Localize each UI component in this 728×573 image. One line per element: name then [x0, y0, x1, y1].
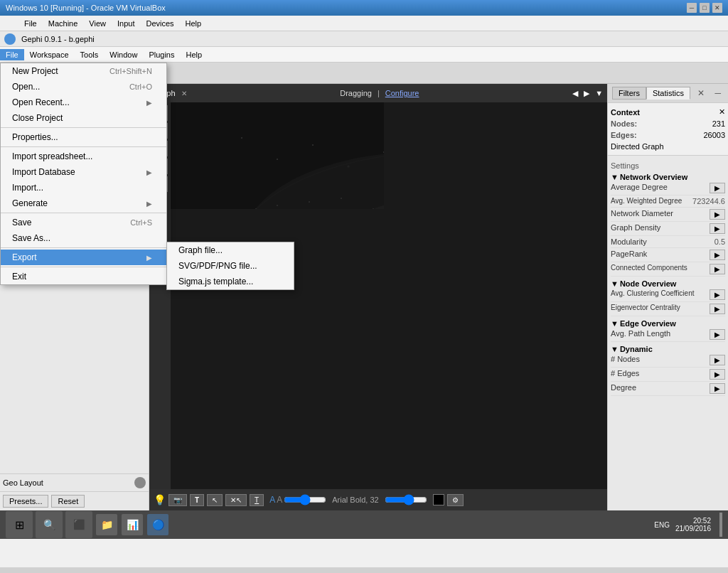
- menu-save-as[interactable]: Save As...: [1, 230, 166, 246]
- run-avg-degree[interactable]: ▶: [710, 183, 725, 193]
- close-button[interactable]: ✕: [712, 3, 722, 13]
- menu-open[interactable]: Open... Ctrl+O: [1, 79, 166, 95]
- taskbar-explorer[interactable]: 📁: [96, 514, 117, 535]
- run-nodes[interactable]: ▶: [710, 355, 725, 365]
- label-button[interactable]: T: [250, 494, 264, 506]
- color-slider-group: A A: [269, 495, 326, 505]
- settings-graph-button[interactable]: ⚙: [447, 494, 464, 506]
- task-view-button[interactable]: ⬛: [65, 511, 92, 538]
- network-overview-title: Network Overview: [620, 173, 687, 181]
- run-edges[interactable]: ▶: [710, 369, 725, 380]
- export-sigmajs[interactable]: Sigma.js template...: [167, 274, 294, 289]
- separator-3: [1, 213, 166, 213]
- run-connected-components[interactable]: ▶: [710, 264, 725, 274]
- tab-statistics[interactable]: Statistics: [646, 87, 690, 100]
- run-clustering[interactable]: ▶: [710, 289, 725, 300]
- dynamic-title: Dynamic: [620, 345, 653, 353]
- vbox-menu-input[interactable]: Input: [112, 18, 140, 29]
- nav-prev[interactable]: ◀: [572, 89, 578, 98]
- run-degree[interactable]: ▶: [710, 383, 725, 394]
- menu-save[interactable]: Save Ctrl+S: [1, 215, 166, 230]
- title-bar-controls[interactable]: ─ □ ✕: [687, 3, 722, 13]
- color-swatch[interactable]: [433, 494, 444, 505]
- run-network-diameter[interactable]: ▶: [710, 209, 725, 220]
- collapse-dynamic-icon[interactable]: ▼: [611, 345, 619, 353]
- color-a-label: A: [269, 495, 275, 505]
- run-graph-density[interactable]: ▶: [710, 223, 725, 234]
- separator-1: [1, 127, 166, 128]
- dynamic-header: ▼ Dynamic: [611, 345, 725, 353]
- svg-point-23: [309, 201, 310, 203]
- stat-connected-components: Connected Components ▶: [611, 262, 725, 277]
- minimize-button[interactable]: ─: [687, 3, 697, 13]
- collapse-graph[interactable]: ▼: [595, 89, 603, 97]
- taskbar-excel[interactable]: 📊: [122, 514, 143, 535]
- size-slider[interactable]: [284, 495, 326, 505]
- font-label: Arial Bold, 32: [332, 496, 378, 504]
- stat-degree-dynamic: Degree ▶: [611, 382, 725, 396]
- stat-graph-density: Graph Density ▶: [611, 222, 725, 236]
- context-header: Context ✕: [611, 106, 725, 118]
- stat-eigenvector: Eigenvector Centrality ▶: [611, 302, 725, 316]
- screenshot-button[interactable]: 📷: [168, 494, 187, 506]
- select-button[interactable]: ↖: [207, 494, 223, 506]
- menu-new-project[interactable]: New Project Ctrl+Shift+N: [1, 63, 166, 79]
- reset-button[interactable]: Reset: [51, 495, 85, 508]
- menu-help[interactable]: Help: [180, 49, 208, 60]
- node-overview-title: Node Overview: [620, 279, 676, 288]
- menu-plugins[interactable]: Plugins: [143, 49, 180, 60]
- deselect-button[interactable]: ✕↖: [225, 494, 247, 506]
- stat-modularity: Modularity 0.5: [611, 236, 725, 248]
- right-panel-header: Filters Statistics ✕ ─: [608, 84, 728, 103]
- collapse-network-icon[interactable]: ▼: [611, 173, 619, 181]
- menu-open-recent[interactable]: Open Recent... ▶: [1, 95, 166, 110]
- separator-2: [1, 146, 166, 147]
- vbox-menu-view[interactable]: View: [83, 18, 112, 29]
- virtualbox-menu-bar: File Machine View Input Devices Help: [0, 16, 728, 31]
- menu-close-project[interactable]: Close Project: [1, 110, 166, 126]
- vbox-menu-file[interactable]: File: [18, 18, 43, 29]
- run-eigenvector[interactable]: ▶: [710, 304, 725, 314]
- context-close[interactable]: ✕: [719, 107, 725, 117]
- menu-import-database[interactable]: Import Database ▶: [1, 164, 166, 180]
- taskbar-gephi[interactable]: 🔵: [147, 514, 168, 535]
- search-button[interactable]: 🔍: [36, 511, 63, 538]
- start-button[interactable]: ⊞: [6, 511, 33, 538]
- menu-file[interactable]: File: [0, 49, 24, 60]
- menu-window[interactable]: Window: [104, 49, 143, 60]
- presets-row: Presets... Reset: [0, 491, 149, 510]
- export-graph-file[interactable]: Graph file...: [167, 242, 294, 258]
- edge-overview-header: ▼ Edge Overview: [611, 319, 725, 328]
- right-panel-collapse[interactable]: ─: [712, 88, 724, 98]
- text-mode-button[interactable]: T: [190, 494, 204, 506]
- show-desktop-button[interactable]: [719, 513, 722, 537]
- collapse-edge-icon[interactable]: ▼: [611, 319, 619, 328]
- menu-exit[interactable]: Exit: [1, 269, 166, 284]
- run-path-length[interactable]: ▶: [710, 329, 725, 340]
- menu-import-spreadsheet[interactable]: Import spreadsheet...: [1, 149, 166, 164]
- bulb-icon[interactable]: 💡: [154, 494, 166, 505]
- maximize-button[interactable]: □: [700, 3, 710, 13]
- color-b-label: A: [277, 495, 282, 505]
- vbox-menu-help[interactable]: Help: [180, 18, 208, 29]
- presets-button[interactable]: Presets...: [3, 495, 48, 508]
- taskbar: ⊞ 🔍 ⬛ 📁 📊 🔵 ENG 20:52 21/09/2016: [0, 510, 728, 539]
- menu-generate[interactable]: Generate ▶: [1, 196, 166, 211]
- menu-workspace[interactable]: Workspace: [24, 49, 75, 60]
- export-submenu: Graph file... SVG/PDF/PNG file... Sigma.…: [166, 242, 294, 290]
- export-svg-pdf-png[interactable]: SVG/PDF/PNG file...: [167, 258, 294, 274]
- tab-filters[interactable]: Filters: [612, 87, 646, 100]
- opacity-slider[interactable]: [385, 495, 427, 505]
- right-panel-close[interactable]: ✕: [695, 88, 707, 98]
- nav-next[interactable]: ▶: [584, 89, 589, 98]
- vbox-menu-machine[interactable]: Machine: [43, 18, 84, 29]
- run-pagerank[interactable]: ▶: [710, 250, 725, 260]
- menu-import[interactable]: Import...: [1, 180, 166, 196]
- menu-export[interactable]: Export ▶: [1, 250, 166, 265]
- stat-avg-weighted-degree: Avg. Weighted Degree 723244.6: [611, 196, 725, 208]
- configure-link[interactable]: Configure: [385, 89, 419, 97]
- menu-tools[interactable]: Tools: [75, 49, 105, 60]
- collapse-node-icon[interactable]: ▼: [611, 279, 619, 288]
- vbox-menu-devices[interactable]: Devices: [140, 18, 179, 29]
- menu-properties[interactable]: Properties...: [1, 129, 166, 145]
